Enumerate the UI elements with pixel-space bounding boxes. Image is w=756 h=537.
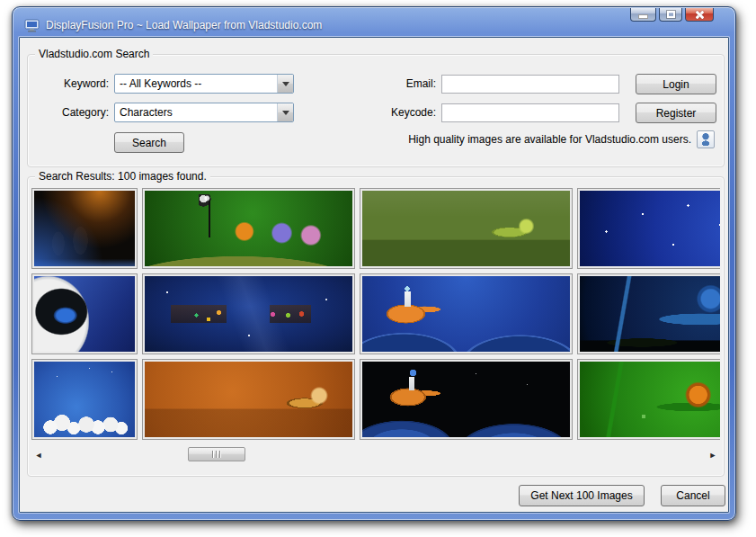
close-button[interactable] bbox=[685, 8, 714, 22]
search-button[interactable]: Search bbox=[114, 132, 184, 153]
screen: DisplayFusion Pro ~ Load Wallpaper from … bbox=[0, 0, 756, 537]
cancel-button[interactable]: Cancel bbox=[661, 485, 725, 506]
category-label: Category: bbox=[39, 106, 109, 119]
keyword-select[interactable]: -- All Keywords -- bbox=[114, 74, 294, 94]
dialog-content: Vladstudio.com Search Keyword: -- All Ke… bbox=[19, 37, 729, 513]
wallpaper-image bbox=[34, 191, 135, 266]
scrollbar-grip bbox=[219, 451, 221, 458]
wallpaper-thumbnail[interactable] bbox=[142, 188, 355, 269]
wallpaper-image bbox=[145, 191, 352, 266]
maximize-icon bbox=[667, 11, 675, 18]
thumbnail-row bbox=[31, 273, 720, 354]
keycode-field[interactable] bbox=[441, 103, 619, 122]
wallpaper-thumbnail[interactable] bbox=[360, 359, 573, 440]
note-row: High quality images are available for Vl… bbox=[408, 130, 715, 148]
category-selected-value: Characters bbox=[115, 106, 277, 119]
wallpaper-image bbox=[580, 276, 720, 352]
wallpaper-image bbox=[145, 276, 352, 352]
wallpaper-thumbnail[interactable] bbox=[577, 359, 720, 440]
minimize-icon bbox=[638, 14, 648, 19]
results-groupbox-label: Search Results: 100 images found. bbox=[35, 170, 210, 183]
app-window: DisplayFusion Pro ~ Load Wallpaper from … bbox=[12, 6, 736, 521]
get-next-images-button[interactable]: Get Next 100 Images bbox=[519, 485, 645, 506]
login-button[interactable]: Login bbox=[636, 74, 716, 94]
results-groupbox: Search Results: 100 images found. bbox=[27, 176, 725, 477]
chevron-down-icon bbox=[282, 111, 289, 115]
search-groupbox: Vladstudio.com Search Keyword: -- All Ke… bbox=[27, 54, 725, 167]
scroll-left-arrow-icon[interactable]: ◄ bbox=[31, 447, 46, 462]
email-label: Email: bbox=[362, 77, 436, 90]
thumbnail-row bbox=[31, 188, 720, 269]
monitor-app-icon bbox=[24, 19, 40, 32]
maximize-button[interactable] bbox=[659, 8, 682, 22]
wallpaper-thumbnail[interactable] bbox=[31, 359, 138, 440]
keyword-selected-value: -- All Keywords -- bbox=[115, 77, 277, 90]
wallpaper-thumbnail[interactable] bbox=[142, 273, 355, 354]
wallpaper-thumbnail[interactable] bbox=[142, 359, 355, 440]
wallpaper-image bbox=[145, 362, 352, 437]
category-dropdown-button[interactable] bbox=[277, 103, 293, 121]
thumbnail-row bbox=[31, 359, 720, 440]
minimize-button[interactable] bbox=[630, 8, 656, 22]
titlebar: DisplayFusion Pro ~ Load Wallpaper from … bbox=[19, 13, 729, 37]
horizontal-scrollbar: ◄ ► bbox=[31, 447, 720, 462]
wallpaper-image bbox=[362, 276, 570, 352]
close-icon bbox=[695, 11, 705, 19]
users-note-text: High quality images are available for Vl… bbox=[408, 133, 691, 146]
scrollbar-grip bbox=[216, 451, 218, 458]
window-title: DisplayFusion Pro ~ Load Wallpaper from … bbox=[46, 19, 322, 31]
scrollbar-thumb[interactable] bbox=[188, 447, 245, 461]
wallpaper-thumbnail[interactable] bbox=[577, 273, 720, 354]
wallpaper-image bbox=[580, 362, 720, 437]
thumbnail-grid bbox=[31, 188, 720, 440]
wallpaper-image bbox=[34, 276, 135, 352]
wallpaper-image bbox=[362, 191, 570, 266]
scrollbar-track[interactable] bbox=[46, 447, 706, 462]
search-groupbox-label: Vladstudio.com Search bbox=[35, 48, 153, 60]
user-info-icon[interactable] bbox=[697, 130, 715, 148]
window-controls bbox=[630, 8, 714, 22]
chevron-down-icon bbox=[282, 82, 289, 86]
wallpaper-image bbox=[580, 191, 720, 266]
keycode-label: Keycode: bbox=[362, 106, 436, 119]
wallpaper-thumbnail[interactable] bbox=[31, 273, 138, 354]
keyword-label: Keyword: bbox=[39, 77, 109, 90]
wallpaper-thumbnail[interactable] bbox=[31, 188, 138, 269]
register-button[interactable]: Register bbox=[636, 103, 716, 123]
email-field[interactable] bbox=[441, 75, 619, 94]
wallpaper-image bbox=[362, 362, 570, 437]
wallpaper-image bbox=[34, 362, 135, 437]
wallpaper-thumbnail[interactable] bbox=[360, 273, 573, 354]
scrollbar-grip bbox=[212, 451, 214, 458]
keyword-dropdown-button[interactable] bbox=[277, 75, 293, 93]
category-select[interactable]: Characters bbox=[114, 103, 294, 122]
wallpaper-thumbnail[interactable] bbox=[360, 188, 573, 269]
wallpaper-thumbnail[interactable] bbox=[577, 188, 720, 269]
scroll-right-arrow-icon[interactable]: ► bbox=[706, 447, 720, 462]
